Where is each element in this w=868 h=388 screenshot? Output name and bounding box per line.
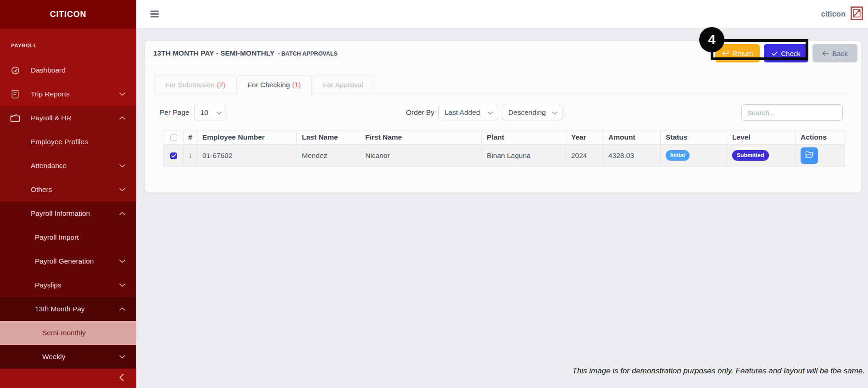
sidebar-item-dashboard[interactable]: Dashboard <box>0 58 136 82</box>
batch-approvals-card: 13TH MONTH PAY - SEMI-MONTHLY - BATCH AP… <box>145 40 862 193</box>
cell-actions <box>796 145 845 167</box>
column-header-status: Status <box>661 130 727 145</box>
topbar: citicon <box>136 0 868 28</box>
sidebar-item-label: Payroll Generation <box>35 257 94 265</box>
tab-count: (2) <box>217 81 226 89</box>
cell-year: 2024 <box>566 145 603 167</box>
sidebar-item-payslips[interactable]: Payslips <box>0 273 136 297</box>
list-controls: Per Page 10 Order By Last Added <box>160 104 843 121</box>
tab-label: For Approval <box>323 81 363 89</box>
app-window: CITICON PAYROLL DashboardTrip ReportsPay… <box>0 0 868 388</box>
sidebar-item-trip-reports[interactable]: Trip Reports <box>0 82 136 106</box>
cell-last-name: Mendez <box>297 145 360 167</box>
status-badge: Initial <box>666 150 690 161</box>
chevron-down-icon <box>119 92 125 96</box>
sidebar-collapse-button[interactable] <box>0 369 136 388</box>
select-all-checkbox[interactable] <box>170 134 177 141</box>
tab-label: For Submission <box>165 81 215 89</box>
cell-amount: 4328.03 <box>603 145 661 167</box>
sidebar-menu: DashboardTrip ReportsPayroll & HREmploye… <box>0 58 136 369</box>
speedometer-icon <box>10 65 20 75</box>
sidebar-item-label: Payroll Import <box>35 233 79 242</box>
sidebar-item-label: Payroll Information <box>31 209 90 218</box>
tab-for-approval[interactable]: For Approval <box>312 75 374 94</box>
main-area: citicon 13TH MONTH PAY - SEMI-MONTHLY <box>136 0 868 388</box>
order-field-select[interactable]: Last Added <box>438 105 498 120</box>
chevron-up-icon <box>119 212 125 215</box>
sidebar-item-semi-monthly[interactable]: Semi-monthly <box>0 321 136 345</box>
page-title-sub: - BATCH APPROVALS <box>278 51 337 57</box>
sidebar-item-label: Semi-monthly <box>42 329 86 337</box>
table-row: 101-67602MendezNicanorBinan Laguna202443… <box>164 145 845 167</box>
sidebar-item-label: Employee Profiles <box>31 138 88 146</box>
sidebar-item-payroll-hr[interactable]: Payroll & HR <box>0 106 136 130</box>
cell-plant: Binan Laguna <box>482 145 566 167</box>
column-header-index: # <box>184 130 197 145</box>
demo-disclaimer-text: This image is for demonstration purposes… <box>573 366 865 376</box>
column-header-year: Year <box>566 130 603 145</box>
sidebar-item-label: Payslips <box>35 281 61 289</box>
tab-bar: For Submission(2)For Checking(1)For Appr… <box>154 75 852 94</box>
cell-first-name: Nicanor <box>360 145 482 167</box>
sidebar-item-payroll-generation[interactable]: Payroll Generation <box>0 249 136 273</box>
column-header-last-name: Last Name <box>297 130 360 145</box>
sidebar-brand: CITICON <box>0 0 136 28</box>
citicon-logo-icon <box>851 6 863 22</box>
cell-employee-number: 01-67602 <box>197 145 297 167</box>
chevron-down-icon <box>217 108 222 117</box>
sidebar-item-label: Dashboard <box>31 66 66 74</box>
check-button[interactable]: Check <box>764 44 808 62</box>
sidebar-item-13th-month-pay[interactable]: 13th Month Pay <box>0 297 136 321</box>
column-header-select-all <box>164 130 184 145</box>
chevron-up-icon <box>119 307 125 311</box>
sidebar-section-label: PAYROLL <box>11 43 136 50</box>
approvals-table: #Employee NumberLast NameFirst NamePlant… <box>163 130 843 167</box>
search-input[interactable] <box>741 104 843 121</box>
sidebar-item-others[interactable]: Others <box>0 178 136 202</box>
row-checkbox[interactable] <box>170 152 177 159</box>
content-area: 13TH MONTH PAY - SEMI-MONTHLY - BATCH AP… <box>136 28 868 388</box>
open-record-button[interactable] <box>801 147 818 164</box>
per-page-select[interactable]: 10 <box>194 105 227 120</box>
card-header: 13TH MONTH PAY - SEMI-MONTHLY - BATCH AP… <box>145 41 861 66</box>
order-by-label: Order By <box>406 108 434 117</box>
sidebar-item-label: Payroll & HR <box>31 114 72 122</box>
order-direction-select[interactable]: Descending <box>502 105 562 120</box>
return-arrow-icon <box>722 50 729 57</box>
tab-for-checking[interactable]: For Checking(1) <box>237 75 312 94</box>
chevron-down-icon <box>119 188 125 191</box>
cell-index: 1 <box>184 145 197 167</box>
level-badge: Submitted <box>732 150 769 161</box>
back-button[interactable]: Back <box>812 44 857 62</box>
back-arrow-icon <box>822 50 829 57</box>
chevron-down-icon <box>119 355 125 359</box>
back-button-label: Back <box>832 50 847 57</box>
sidebar-item-label: Weekly <box>42 353 66 361</box>
chevron-down-icon <box>119 164 125 168</box>
column-header-level: Level <box>727 130 796 145</box>
sidebar-item-payroll-information[interactable]: Payroll Information <box>0 202 136 225</box>
row-select-cell <box>164 145 184 167</box>
column-header-employee-number: Employee Number <box>197 130 297 145</box>
wallet-icon <box>10 113 20 123</box>
sidebar-item-weekly[interactable]: Weekly <box>0 345 136 369</box>
table-header-row: #Employee NumberLast NameFirst NamePlant… <box>164 130 845 145</box>
sidebar-item-employee-profiles[interactable]: Employee Profiles <box>0 130 136 154</box>
chevron-down-icon <box>488 108 493 117</box>
chevron-down-icon <box>119 283 125 287</box>
card-body: For Submission(2)For Checking(1)For Appr… <box>145 75 861 192</box>
tab-for-submission[interactable]: For Submission(2) <box>154 75 237 94</box>
page-title: 13TH MONTH PAY - SEMI-MONTHLY - BATCH AP… <box>153 49 338 57</box>
document-icon <box>10 89 20 99</box>
cell-level: Submitted <box>727 145 796 167</box>
chevron-down-icon <box>119 259 125 263</box>
check-button-label: Check <box>781 50 801 57</box>
sidebar-item-attendance[interactable]: Attendance <box>0 154 136 178</box>
sidebar: CITICON PAYROLL DashboardTrip ReportsPay… <box>0 0 136 388</box>
table-body: 101-67602MendezNicanorBinan Laguna202443… <box>164 145 845 167</box>
tab-count: (1) <box>292 81 301 89</box>
return-button[interactable]: Return <box>715 44 760 62</box>
menu-toggle-button[interactable] <box>150 11 159 17</box>
per-page-value: 10 <box>200 108 208 117</box>
sidebar-item-payroll-import[interactable]: Payroll Import <box>0 225 136 249</box>
